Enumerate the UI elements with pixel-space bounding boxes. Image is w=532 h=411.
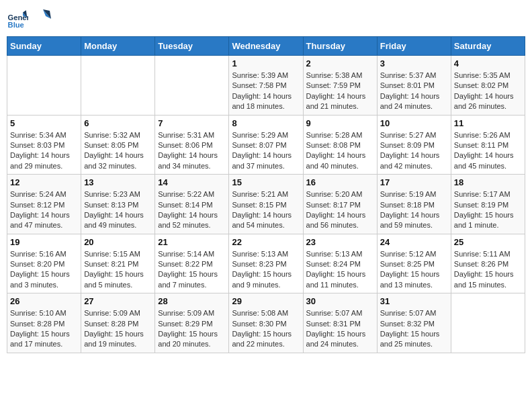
cell-daylight: Daylight: 15 hours and 1 minute. (454, 210, 522, 231)
calendar-cell: 16Sunrise: 5:20 AMSunset: 8:17 PMDayligh… (303, 175, 377, 234)
cell-info: Sunrise: 5:08 AMSunset: 8:30 PMDaylight:… (232, 308, 300, 350)
cell-daylight: Daylight: 14 hours and 52 minutes. (158, 210, 226, 231)
cell-sunset: Sunset: 8:05 PM (84, 140, 152, 150)
calendar-cell: 5Sunrise: 5:34 AMSunset: 8:03 PMDaylight… (7, 115, 81, 175)
cell-sunrise: Sunrise: 5:39 AM (232, 71, 300, 81)
cell-sunset: Sunset: 8:20 PM (10, 259, 78, 269)
cell-sunset: Sunset: 8:30 PM (232, 319, 300, 329)
cell-sunset: Sunset: 8:13 PM (84, 200, 152, 210)
cell-sunset: Sunset: 7:58 PM (232, 81, 300, 91)
cell-daylight: Daylight: 15 hours and 22 minutes. (232, 329, 300, 350)
calendar-cell: 7Sunrise: 5:31 AMSunset: 8:06 PMDaylight… (155, 115, 229, 175)
svg-text:Blue: Blue (8, 21, 24, 29)
cell-info: Sunrise: 5:09 AMSunset: 8:28 PMDaylight:… (84, 308, 152, 350)
calendar-cell: 9Sunrise: 5:28 AMSunset: 8:08 PMDaylight… (303, 115, 377, 175)
cell-info: Sunrise: 5:27 AMSunset: 8:09 PMDaylight:… (380, 130, 448, 172)
cell-daylight: Daylight: 14 hours and 45 minutes. (454, 150, 522, 171)
cell-info: Sunrise: 5:14 AMSunset: 8:22 PMDaylight:… (158, 249, 226, 291)
cell-day-number: 8 (232, 118, 300, 128)
cell-sunset: Sunset: 8:28 PM (84, 319, 152, 329)
calendar-cell: 27Sunrise: 5:09 AMSunset: 8:28 PMDayligh… (81, 293, 155, 353)
cell-info: Sunrise: 5:37 AMSunset: 8:01 PMDaylight:… (380, 71, 448, 112)
cell-daylight: Daylight: 14 hours and 47 minutes. (10, 210, 78, 231)
cell-info: Sunrise: 5:12 AMSunset: 8:25 PMDaylight:… (380, 249, 448, 291)
cell-day-number: 31 (380, 296, 448, 306)
cell-info: Sunrise: 5:35 AMSunset: 8:02 PMDaylight:… (454, 71, 522, 112)
day-of-week-header: Thursday (303, 37, 377, 56)
cell-day-number: 17 (380, 177, 448, 187)
cell-sunset: Sunset: 8:17 PM (306, 200, 374, 210)
cell-info: Sunrise: 5:24 AMSunset: 8:12 PMDaylight:… (10, 189, 78, 231)
cell-day-number: 16 (306, 177, 374, 187)
logo: General Blue (7, 7, 56, 31)
cell-sunrise: Sunrise: 5:35 AM (454, 71, 522, 81)
cell-daylight: Daylight: 14 hours and 24 minutes. (380, 91, 448, 112)
cell-daylight: Daylight: 15 hours and 13 minutes. (380, 269, 448, 290)
cell-sunset: Sunset: 8:24 PM (306, 259, 374, 269)
cell-info: Sunrise: 5:26 AMSunset: 8:11 PMDaylight:… (454, 130, 522, 172)
calendar-cell: 11Sunrise: 5:26 AMSunset: 8:11 PMDayligh… (451, 115, 525, 175)
calendar-week-row: 12Sunrise: 5:24 AMSunset: 8:12 PMDayligh… (7, 175, 525, 234)
cell-info: Sunrise: 5:10 AMSunset: 8:28 PMDaylight:… (10, 308, 78, 350)
cell-day-number: 19 (10, 237, 78, 247)
cell-sunset: Sunset: 7:59 PM (306, 81, 374, 91)
cell-sunset: Sunset: 8:18 PM (380, 200, 448, 210)
cell-sunset: Sunset: 8:11 PM (454, 140, 522, 150)
cell-sunrise: Sunrise: 5:13 AM (306, 249, 374, 259)
cell-sunrise: Sunrise: 5:28 AM (306, 130, 374, 140)
cell-info: Sunrise: 5:11 AMSunset: 8:26 PMDaylight:… (454, 249, 522, 291)
calendar-cell: 1Sunrise: 5:39 AMSunset: 7:58 PMDaylight… (229, 56, 303, 116)
cell-daylight: Daylight: 15 hours and 9 minutes. (232, 269, 300, 290)
cell-sunrise: Sunrise: 5:16 AM (10, 249, 78, 259)
calendar-cell: 20Sunrise: 5:15 AMSunset: 8:21 PMDayligh… (81, 234, 155, 293)
cell-sunrise: Sunrise: 5:12 AM (380, 249, 448, 259)
cell-daylight: Daylight: 14 hours and 29 minutes. (10, 150, 78, 171)
cell-sunrise: Sunrise: 5:23 AM (84, 189, 152, 199)
cell-day-number: 27 (84, 296, 152, 306)
calendar-cell: 12Sunrise: 5:24 AMSunset: 8:12 PMDayligh… (7, 175, 81, 234)
calendar-week-row: 19Sunrise: 5:16 AMSunset: 8:20 PMDayligh… (7, 234, 525, 293)
logo-bird-icon (31, 7, 55, 31)
calendar-cell: 22Sunrise: 5:13 AMSunset: 8:23 PMDayligh… (229, 234, 303, 293)
cell-info: Sunrise: 5:07 AMSunset: 8:32 PMDaylight:… (380, 308, 448, 350)
calendar-week-row: 1Sunrise: 5:39 AMSunset: 7:58 PMDaylight… (7, 56, 525, 116)
calendar-week-row: 5Sunrise: 5:34 AMSunset: 8:03 PMDaylight… (7, 115, 525, 175)
cell-sunrise: Sunrise: 5:20 AM (306, 189, 374, 199)
cell-day-number: 14 (158, 177, 226, 187)
cell-info: Sunrise: 5:20 AMSunset: 8:17 PMDaylight:… (306, 189, 374, 231)
cell-daylight: Daylight: 14 hours and 40 minutes. (306, 150, 374, 171)
calendar-cell (451, 293, 525, 353)
cell-sunset: Sunset: 8:21 PM (84, 259, 152, 269)
calendar-cell: 3Sunrise: 5:37 AMSunset: 8:01 PMDaylight… (377, 56, 451, 116)
cell-day-number: 9 (306, 118, 374, 128)
cell-daylight: Daylight: 14 hours and 42 minutes. (380, 150, 448, 171)
cell-sunset: Sunset: 8:03 PM (10, 140, 78, 150)
cell-info: Sunrise: 5:17 AMSunset: 8:19 PMDaylight:… (454, 189, 522, 231)
cell-sunrise: Sunrise: 5:19 AM (380, 189, 448, 199)
cell-day-number: 12 (10, 177, 78, 187)
cell-sunrise: Sunrise: 5:10 AM (10, 308, 78, 318)
calendar-cell: 28Sunrise: 5:09 AMSunset: 8:29 PMDayligh… (155, 293, 229, 353)
calendar-cell: 25Sunrise: 5:11 AMSunset: 8:26 PMDayligh… (451, 234, 525, 293)
cell-info: Sunrise: 5:21 AMSunset: 8:15 PMDaylight:… (232, 189, 300, 231)
cell-sunset: Sunset: 8:06 PM (158, 140, 226, 150)
calendar-cell: 19Sunrise: 5:16 AMSunset: 8:20 PMDayligh… (7, 234, 81, 293)
cell-daylight: Daylight: 14 hours and 18 minutes. (232, 91, 300, 112)
cell-daylight: Daylight: 15 hours and 24 minutes. (306, 329, 374, 350)
cell-sunrise: Sunrise: 5:27 AM (380, 130, 448, 140)
cell-day-number: 30 (306, 296, 374, 306)
cell-sunrise: Sunrise: 5:34 AM (10, 130, 78, 140)
cell-sunrise: Sunrise: 5:14 AM (158, 249, 226, 259)
cell-info: Sunrise: 5:16 AMSunset: 8:20 PMDaylight:… (10, 249, 78, 291)
calendar-week-row: 26Sunrise: 5:10 AMSunset: 8:28 PMDayligh… (7, 293, 525, 353)
cell-day-number: 20 (84, 237, 152, 247)
cell-info: Sunrise: 5:29 AMSunset: 8:07 PMDaylight:… (232, 130, 300, 172)
calendar-cell: 17Sunrise: 5:19 AMSunset: 8:18 PMDayligh… (377, 175, 451, 234)
cell-sunset: Sunset: 8:31 PM (306, 319, 374, 329)
calendar-cell: 2Sunrise: 5:38 AMSunset: 7:59 PMDaylight… (303, 56, 377, 116)
cell-daylight: Daylight: 15 hours and 11 minutes. (306, 269, 374, 290)
calendar-cell (81, 56, 155, 116)
cell-sunrise: Sunrise: 5:31 AM (158, 130, 226, 140)
cell-info: Sunrise: 5:07 AMSunset: 8:31 PMDaylight:… (306, 308, 374, 350)
cell-info: Sunrise: 5:15 AMSunset: 8:21 PMDaylight:… (84, 249, 152, 291)
